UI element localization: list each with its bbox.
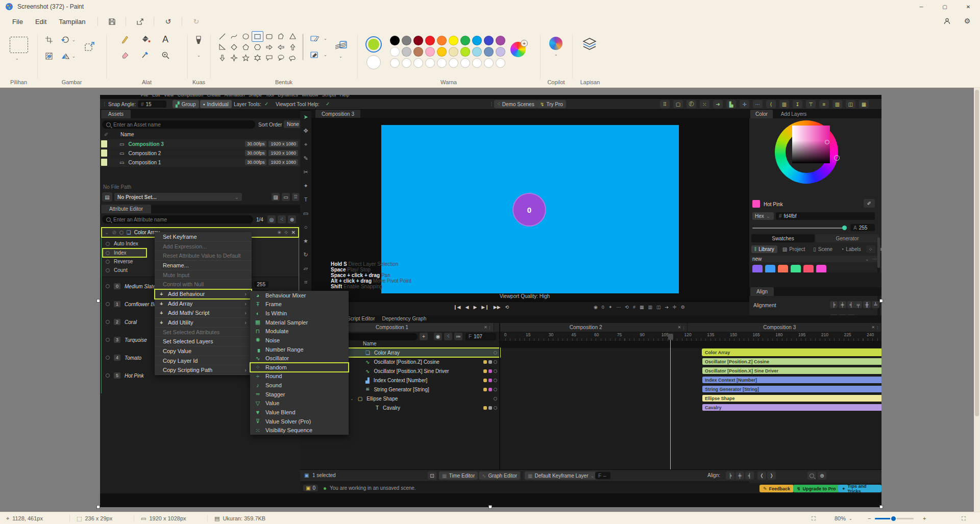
palette-empty-slot[interactable] — [437, 58, 447, 68]
keyframe-flag-icon[interactable] — [488, 388, 492, 391]
resize-handle-bottom[interactable] — [488, 505, 492, 509]
prop-index[interactable]: Index — [103, 248, 146, 257]
viewport-option-icon[interactable]: 0 — [602, 305, 604, 310]
drag-handle-icon[interactable]: ⋮ — [102, 101, 107, 107]
radio-icon[interactable] — [106, 356, 110, 360]
shape-outline-icon[interactable] — [310, 35, 321, 43]
menu-tampilan[interactable]: Tampilan — [53, 16, 91, 28]
asset-row[interactable]: ▭Composition 130.00fps1920 x 1080 — [100, 158, 300, 167]
pin-icon[interactable]: ⁖ — [444, 333, 452, 340]
asset-row[interactable]: ▭Composition 230.00fps1920 x 1080 — [100, 148, 300, 158]
align-vertical-icon[interactable]: ╫ — [863, 301, 871, 308]
submenu-item-oscillator[interactable]: ∿Oscillator — [250, 354, 349, 363]
individual-button[interactable]: ▪Individual — [200, 100, 232, 108]
menu-item-add-expression-[interactable]: Add Expression... — [155, 242, 252, 252]
palette-color[interactable] — [460, 36, 470, 45]
menu-item-rename-[interactable]: Rename... — [155, 261, 252, 270]
project-select[interactable]: No Project Set...⌄ — [114, 193, 242, 201]
chevron-down-icon[interactable]: ⌄ — [554, 52, 558, 57]
enabled-icon[interactable]: ⊘ — [112, 230, 116, 235]
eyedropper-icon[interactable]: ✐ — [864, 199, 875, 208]
dock-icon[interactable]: ⊡ — [428, 471, 436, 480]
radio-icon[interactable] — [106, 373, 110, 378]
zoom-slider-handle[interactable] — [890, 515, 897, 522]
menu-item-add-behaviour[interactable]: +Add Behaviour› — [155, 289, 252, 299]
radio-icon[interactable] — [106, 302, 110, 306]
chevron-down-icon[interactable]: ⌄ — [339, 54, 342, 59]
toolbar-icon[interactable]: ≡ — [819, 100, 829, 108]
shape-bubblecloud-icon[interactable] — [287, 53, 299, 63]
alpha-slider[interactable] — [752, 228, 846, 229]
toolbar-icon[interactable]: ⠿ — [660, 100, 670, 108]
current-frame-input[interactable]: F107 — [465, 333, 496, 340]
solo-icon[interactable] — [494, 379, 497, 382]
swatch-group-row[interactable]: new ⌄ ⋯ — [750, 256, 880, 262]
submenu-item-round[interactable]: ÷Round — [250, 372, 349, 381]
scrollbar[interactable] — [974, 88, 980, 512]
graph-editor-button[interactable]: ∿Graph Editor — [479, 471, 520, 480]
demo-scenes-button[interactable]: ⁖Demo Scenes — [494, 100, 537, 108]
shape-ellipse-icon[interactable] — [240, 31, 252, 42]
menu-item-copy-value[interactable]: Copy Value — [155, 346, 252, 356]
sv-marker[interactable] — [825, 140, 829, 144]
menu-item-mute-input[interactable]: Mute Input — [155, 270, 252, 280]
radio-icon[interactable] — [106, 320, 110, 324]
palette-empty-slot[interactable] — [496, 58, 505, 68]
trash-icon[interactable]: ⍗ — [292, 193, 299, 201]
palette-color[interactable] — [496, 36, 505, 45]
playhead-marker[interactable] — [668, 334, 673, 340]
toolbar-icon[interactable]: ▢ — [673, 100, 683, 108]
toolbar-icon[interactable]: ⊤ — [806, 100, 816, 108]
solo-icon[interactable] — [494, 351, 497, 355]
toolbar-icon[interactable]: ▥ — [779, 100, 789, 108]
tab-add-layers[interactable]: Add Layers — [775, 110, 813, 118]
viewport-option-icon[interactable]: ◫ — [656, 305, 661, 310]
toolbar-icon[interactable]: ▦ — [859, 100, 869, 108]
color-mode-select[interactable]: Hex⌄ — [752, 212, 774, 220]
submenu-item-number-range[interactable]: ▗Number Range — [250, 345, 349, 354]
hex-input[interactable]: #fd4fbf — [776, 212, 875, 220]
try-pro-button[interactable]: ↯Try Pro — [537, 100, 566, 108]
toolbar-icon[interactable]: ⋯ — [753, 100, 763, 108]
keyframe-flag-icon[interactable] — [488, 360, 492, 364]
keyframe-flag-icon[interactable] — [488, 406, 492, 410]
shape-arrowdown-icon[interactable] — [216, 53, 228, 63]
palette-empty-slot[interactable] — [413, 58, 423, 68]
playhead-line[interactable] — [670, 340, 671, 469]
scrollbar-thumb[interactable] — [975, 90, 979, 416]
tab-attribute-editor[interactable]: Attribute Editor — [101, 205, 151, 213]
shape-roundrect-icon[interactable] — [263, 31, 275, 42]
clear-icon[interactable]: ⊗ — [288, 215, 296, 223]
eraser-icon[interactable] — [120, 51, 130, 59]
tab-align[interactable]: Align — [750, 287, 774, 296]
toolbar-icon[interactable]: ➜ — [713, 100, 723, 108]
zoom-fit-icon[interactable] — [807, 471, 816, 480]
edit-colors-wheel-icon[interactable]: + — [510, 42, 526, 57]
radio-icon[interactable] — [106, 338, 110, 342]
viewport-option-icon[interactable]: ⋯ — [616, 305, 621, 310]
keyframe-nav-icon[interactable]: ❬ — [757, 471, 766, 480]
palette-color[interactable] — [484, 36, 494, 45]
palette-color[interactable] — [472, 36, 482, 45]
menu-item-control-with-null[interactable]: Control with Null — [155, 280, 252, 289]
color2-swatch[interactable] — [366, 55, 381, 69]
color1-swatch[interactable] — [368, 39, 379, 50]
palette-color[interactable] — [390, 47, 400, 57]
keyframe-align-icon[interactable]: ╡ — [745, 471, 754, 480]
layer-bar[interactable]: Oscillator [Position.X] Sine Driver — [702, 367, 881, 374]
hatch-select-icon[interactable] — [45, 52, 53, 60]
shape-pentagon-icon[interactable] — [240, 42, 252, 53]
viewport-tool-icon[interactable]: ⌖ — [300, 141, 311, 148]
resize-handle-bottom-right[interactable] — [879, 505, 883, 509]
project-icon[interactable]: ▤ — [102, 192, 112, 202]
keyframe-flag-icon[interactable] — [483, 379, 487, 382]
zoom-out-icon[interactable]: − — [868, 515, 871, 521]
copilot-icon[interactable] — [549, 37, 562, 50]
select-tool-icon[interactable] — [10, 37, 28, 53]
color1-ring[interactable] — [365, 36, 382, 53]
close-icon[interactable]: ✕ — [291, 230, 296, 235]
shape-curve-icon[interactable] — [228, 31, 240, 42]
group-button[interactable]: ▞Group — [173, 100, 199, 108]
toolbar-icon[interactable]: ⟨ — [766, 100, 776, 108]
minimize-icon[interactable]: ─ — [910, 0, 933, 13]
